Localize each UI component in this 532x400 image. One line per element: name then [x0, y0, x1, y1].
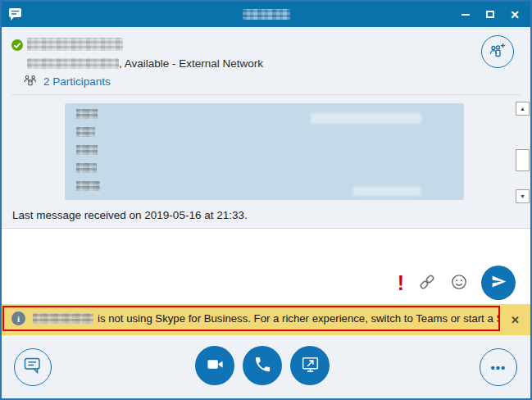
info-icon: i: [11, 311, 25, 325]
insert-link-button[interactable]: [417, 272, 437, 294]
presence-available-icon: [11, 39, 23, 51]
interop-warning-banner: i is not using Skype for Business. For a…: [2, 304, 530, 335]
contact-name-redacted: [27, 38, 123, 51]
message-line-redacted: [76, 109, 98, 119]
importance-button[interactable]: !: [398, 273, 404, 293]
window-title-redacted: [243, 9, 290, 20]
availability-status: , Available - External Network: [119, 57, 263, 70]
call-toolbar: •••: [2, 335, 530, 398]
message-input-area[interactable]: !: [2, 228, 530, 304]
call-buttons-group: [195, 346, 330, 385]
scroll-up-button[interactable]: ▲: [516, 102, 530, 116]
conversation-header: , Available - External Network 2 Partici…: [2, 27, 530, 95]
history-scrollbar[interactable]: ▲ ▼: [516, 102, 530, 203]
monitor-share-arrow-icon: [300, 354, 321, 377]
message-blur-artifact: [311, 113, 421, 124]
minimize-button[interactable]: [453, 2, 478, 27]
video-camera-icon: [205, 354, 225, 377]
scroll-down-button[interactable]: ▼: [516, 189, 530, 203]
message-line-redacted: [76, 145, 98, 155]
message-line-redacted: [76, 181, 100, 191]
banner-message: is not using Skype for Business. For a r…: [98, 312, 500, 325]
message-line-redacted: [76, 163, 97, 173]
last-message-timestamp: Last message received on 2019-05-16 at 2…: [12, 209, 248, 221]
close-icon: ✕: [510, 9, 520, 20]
status-row: , Available - External Network: [27, 57, 263, 70]
video-call-button[interactable]: [195, 346, 234, 385]
compose-actions: !: [398, 266, 516, 300]
audio-call-button[interactable]: [243, 346, 282, 385]
participants-link-label: 2 Participants: [43, 75, 111, 88]
app-chat-bubble-icon: [8, 7, 24, 21]
paper-plane-icon: [490, 273, 507, 293]
chain-link-icon: [417, 272, 437, 294]
maximize-icon: [486, 11, 494, 18]
minimize-icon: [462, 14, 470, 16]
emoticon-button[interactable]: [450, 273, 468, 293]
phone-handset-icon: [253, 355, 272, 376]
message-bubble: [65, 103, 464, 200]
close-button[interactable]: ✕: [502, 2, 527, 27]
message-line-redacted: [76, 127, 95, 137]
red-annotation-box: i is not using Skype for Business. For a…: [2, 306, 500, 331]
skype-for-business-conversation-window: ✕ , Available - External Network: [0, 0, 532, 400]
smiley-face-icon: [450, 273, 468, 293]
message-history-pane: ▲ ▼ Last message received on 2019-05-16 …: [2, 95, 530, 228]
banner-close-button[interactable]: ✕: [511, 314, 520, 326]
ellipsis-icon: •••: [491, 361, 507, 375]
titlebar[interactable]: ✕: [2, 2, 530, 27]
person-plus-icon: [489, 43, 507, 61]
participants-icon: [24, 75, 37, 89]
chat-bubble-icon: [23, 357, 43, 378]
add-participants-button[interactable]: [481, 35, 514, 68]
banner-name-redacted: [33, 313, 93, 324]
maximize-button[interactable]: [478, 2, 502, 27]
window-controls: ✕: [453, 2, 527, 27]
more-options-button[interactable]: •••: [480, 348, 517, 386]
participants-link[interactable]: 2 Participants: [24, 75, 111, 89]
instant-message-button[interactable]: [14, 348, 52, 386]
message-blur-artifact: [353, 187, 421, 196]
scrollbar-thumb[interactable]: [516, 149, 530, 171]
contact-detail-redacted: [27, 58, 119, 69]
send-button[interactable]: [481, 266, 516, 300]
present-screen-button[interactable]: [290, 346, 330, 385]
